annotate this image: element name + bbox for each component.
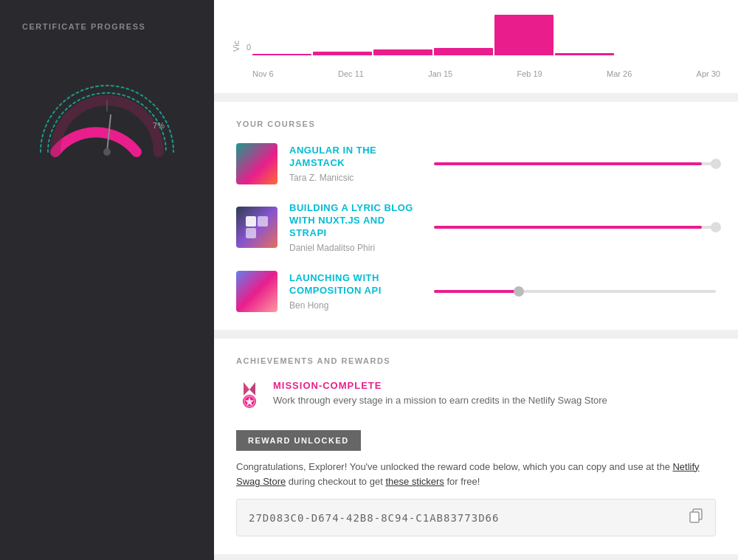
courses-section-label: YOUR COURSES: [236, 120, 716, 128]
progress-track-1: [434, 162, 716, 165]
svg-point-2: [103, 148, 111, 156]
svg-rect-12: [690, 512, 699, 522]
course-info-3: LAUNCHING WITH COMPOSITION API Ben Hong: [289, 272, 422, 311]
course-info-1: ANGULAR IN THE JAMSTACK Tara Z. Manicsic: [289, 145, 422, 183]
x-label-3: Jan 15: [428, 69, 452, 78]
course-title-2: BUILDING A LYRIC BLOG WITH NUXT.JS AND S…: [289, 202, 422, 240]
svg-rect-5: [246, 228, 256, 238]
achievement-content: MISSION-COMPLETE Work through every stag…: [273, 380, 607, 407]
svg-marker-6: [244, 382, 249, 395]
progress-handle-1[interactable]: [711, 159, 721, 169]
chart-y-label: Vic: [232, 7, 241, 52]
progress-handle-3[interactable]: [514, 286, 524, 297]
x-label-5: Mar 26: [607, 69, 632, 78]
reward-text-middle: during checkout to get: [289, 476, 383, 487]
achievement-description: Work through every stage in a mission to…: [273, 394, 607, 407]
reward-text: Congratulations, Explorer! You've unlock…: [236, 460, 716, 491]
main-content: Vic 0 Nov 6 Dec 11 Jan 15 Feb 19 Mar 26 …: [214, 0, 738, 560]
bar-6: [555, 53, 614, 55]
course-thumbnail-strapi: [236, 207, 277, 248]
course-author-1: Tara Z. Manicsic: [289, 173, 422, 183]
bar-4: [434, 48, 493, 55]
bar-chart: [252, 7, 720, 55]
course-item-3[interactable]: LAUNCHING WITH COMPOSITION API Ben Hong: [236, 271, 716, 312]
svg-marker-7: [249, 382, 255, 395]
achievement-icon: [236, 380, 263, 409]
gauge-percent: 7%: [153, 121, 165, 130]
bar-2: [313, 52, 372, 55]
svg-rect-3: [246, 216, 256, 227]
course-item-1[interactable]: ANGULAR IN THE JAMSTACK Tara Z. Manicsic: [236, 143, 716, 184]
progress-fill-3: [434, 290, 519, 293]
course-info-2: BUILDING A LYRIC BLOG WITH NUXT.JS AND S…: [289, 202, 422, 253]
chart-section: Vic 0 Nov 6 Dec 11 Jan 15 Feb 19 Mar 26 …: [214, 0, 738, 93]
progress-fill-2: [434, 226, 702, 229]
course-author-2: Daniel Madalitso Phiri: [289, 243, 422, 253]
progress-bar-3: [434, 290, 716, 293]
courses-section: YOUR COURSES ANGULAR IN THE JAMSTACK Tar…: [214, 102, 738, 330]
chart-x-labels: Nov 6 Dec 11 Jan 15 Feb 19 Mar 26 Apr 30: [252, 69, 720, 78]
course-item-2[interactable]: BUILDING A LYRIC BLOG WITH NUXT.JS AND S…: [236, 202, 716, 253]
course-title-3: LAUNCHING WITH COMPOSITION API: [289, 272, 422, 297]
reward-unlocked-button[interactable]: REWARD UNLOCKED: [236, 430, 361, 451]
progress-track-2: [434, 226, 716, 229]
sidebar: CERTIFICATE PROGRESS 7%: [0, 0, 214, 560]
course-thumbnail-angular: [236, 143, 277, 184]
bar-3: [373, 49, 432, 55]
progress-bar-1: [434, 162, 716, 165]
progress-fill-1: [434, 162, 702, 165]
reward-text-after: for free!: [446, 476, 480, 487]
achievements-section-label: ACHIEVEMENTS AND REWARDS: [236, 356, 716, 365]
progress-track-3: [434, 290, 716, 293]
chart-area: Vic 0: [232, 7, 720, 66]
x-label-6: Apr 30: [697, 69, 720, 78]
course-title-1: ANGULAR IN THE JAMSTACK: [289, 145, 422, 170]
reward-code: 27D083C0-D674-42B8-8C94-C1AB83773D66: [249, 512, 680, 524]
reward-code-container: 27D083C0-D674-42B8-8C94-C1AB83773D66: [236, 499, 716, 536]
bar-5: [494, 15, 554, 55]
achievement-item-1: MISSION-COMPLETE Work through every stag…: [236, 380, 716, 409]
chart-zero-label: 0: [246, 43, 251, 52]
progress-bar-2: [434, 226, 716, 229]
course-thumbnail-composition: [236, 271, 277, 312]
bar-1: [252, 54, 311, 55]
achievements-section: ACHIEVEMENTS AND REWARDS MISSION-COMPLET…: [214, 339, 738, 555]
reward-text-before: Congratulations, Explorer! You've unlock…: [236, 461, 670, 472]
x-label-1: Nov 6: [252, 69, 274, 78]
these-stickers-link[interactable]: these stickers: [385, 476, 444, 487]
achievement-title: MISSION-COMPLETE: [273, 380, 607, 391]
progress-handle-2[interactable]: [711, 222, 721, 232]
sidebar-title: CERTIFICATE PROGRESS: [22, 22, 145, 31]
certificate-gauge: 7%: [26, 56, 188, 152]
copy-icon[interactable]: [689, 508, 703, 527]
x-label-2: Dec 11: [338, 69, 364, 78]
course-author-3: Ben Hong: [289, 300, 422, 311]
x-label-4: Feb 19: [517, 69, 542, 78]
svg-rect-4: [258, 216, 268, 227]
